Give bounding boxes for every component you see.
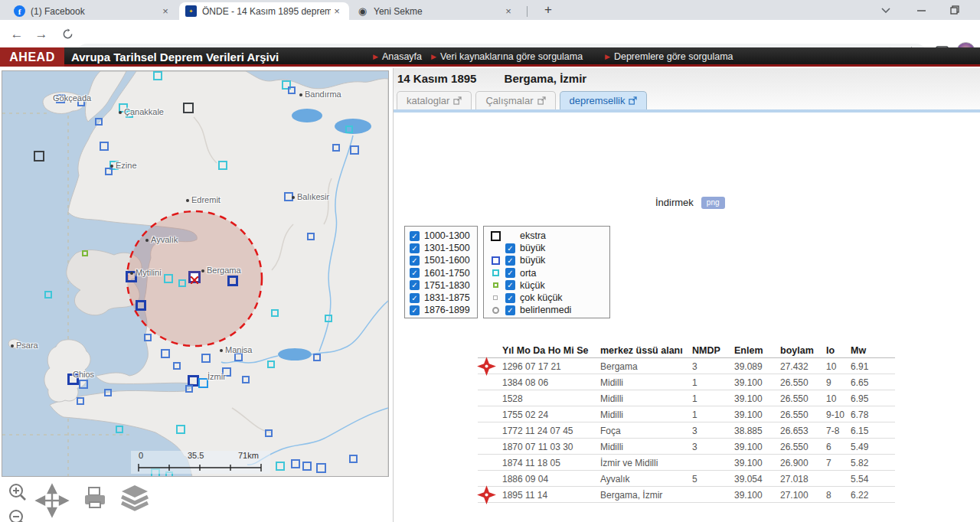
table-cell: 26.550 [780, 377, 826, 388]
tab-kataloglar[interactable]: kataloglar [397, 91, 472, 109]
restore-button[interactable] [942, 0, 968, 20]
zoom-in-button[interactable] [8, 482, 28, 505]
ahead-logo[interactable]: AHEAD [0, 47, 64, 67]
checkbox-checked-icon[interactable] [505, 305, 515, 315]
nav-query-by-earthquake-link[interactable]: Depremlere göre sorgulama [605, 47, 733, 67]
earthquake-marker-cyan[interactable] [218, 161, 227, 170]
earthquake-marker-blue[interactable] [316, 463, 326, 473]
download-png-button[interactable]: png [701, 197, 725, 209]
tab-depremsellik[interactable]: depremsellik [560, 91, 648, 109]
earthquake-marker-black[interactable] [34, 151, 44, 161]
earthquake-marker-navy[interactable] [227, 276, 238, 286]
zoom-out-button[interactable] [8, 508, 28, 522]
earthquake-marker-cyan[interactable] [116, 426, 123, 433]
tab-search-chevron-icon[interactable] [873, 0, 899, 20]
forward-button[interactable]: → [32, 25, 51, 44]
close-tab-icon[interactable]: × [502, 5, 514, 17]
nav-home-link[interactable]: Anasayfa [373, 47, 422, 67]
earthquake-marker-blue[interactable] [291, 459, 300, 468]
reload-button[interactable] [58, 25, 77, 44]
earthquake-marker-black[interactable] [183, 103, 194, 113]
earthquake-marker-navy[interactable] [136, 300, 146, 311]
earthquake-marker-teal[interactable] [82, 250, 88, 256]
checkbox-checked-icon[interactable] [410, 293, 420, 303]
earthquake-marker-blue[interactable] [265, 429, 273, 437]
checkbox-checked-icon[interactable] [505, 280, 515, 290]
tab-separator [527, 6, 528, 17]
table-cell: 6.95 [851, 393, 889, 404]
earthquake-marker-blue[interactable] [77, 397, 84, 405]
earthquake-marker-blue[interactable] [332, 144, 340, 152]
checkbox-checked-icon[interactable] [505, 268, 515, 278]
browser-tab-new[interactable]: ◉ Yeni Sekme × [351, 2, 521, 20]
browser-tab-facebook[interactable]: f (1) Facebook × [8, 2, 178, 20]
checkbox-checked-icon[interactable] [505, 256, 515, 266]
earthquake-marker-cyan[interactable] [267, 361, 275, 368]
earthquake-marker-blue[interactable] [95, 118, 103, 126]
minimize-button[interactable] [908, 0, 934, 20]
checkbox-checked-icon[interactable] [410, 268, 420, 278]
earthquake-marker-blue[interactable] [350, 145, 359, 155]
close-tab-icon[interactable]: × [331, 5, 343, 17]
earthquake-marker-cyan[interactable] [325, 315, 332, 322]
earthquake-marker-brightblue[interactable] [198, 378, 208, 388]
download-control: İndirmekpng [655, 197, 725, 209]
checkbox-checked-icon[interactable] [410, 256, 420, 266]
pan-arrows-control[interactable] [34, 482, 70, 522]
table-cell: 3 [692, 442, 734, 452]
earthquake-map[interactable]: GökçeadaÇanakkaleBandırmaEzineEdremitBal… [2, 70, 389, 477]
table-row: 1755 02 24Midilli139.10026.5509-106.78 [478, 406, 895, 422]
checkbox-checked-icon[interactable] [410, 243, 420, 253]
earthquake-marker-cyan[interactable] [153, 71, 162, 80]
table-cell: 1895 11 14 [502, 490, 600, 501]
checkbox-checked-icon[interactable] [505, 293, 515, 303]
earthquake-marker-blue[interactable] [307, 233, 315, 240]
earthquake-marker-blue[interactable] [185, 385, 193, 393]
new-tab-button[interactable]: + [540, 2, 557, 18]
earthquake-marker-cyan[interactable] [345, 126, 353, 133]
earthquake-marker-cyan[interactable] [176, 425, 185, 434]
earthquake-marker-blue[interactable] [349, 455, 358, 463]
checkbox-checked-icon[interactable] [410, 305, 420, 315]
epicenter-marker[interactable] [188, 271, 201, 283]
table-cell: 27.432 [780, 361, 826, 372]
earthquake-marker-blue[interactable] [173, 362, 181, 370]
earthquake-marker-blue[interactable] [104, 389, 112, 396]
earthquake-marker-cyan[interactable] [178, 279, 186, 287]
legend-magnitude-classes: ekstrabüyükbüyükortaküçükçok küçükbelirl… [483, 226, 610, 318]
browser-tab-ahead[interactable]: ✦ ÖNDE - 14 Kasım 1895 depremi × [179, 2, 349, 20]
earthquake-marker-blue[interactable] [242, 376, 250, 383]
site-title: Avrupa Tarihsel Deprem Verileri Arşivi [71, 47, 279, 67]
ekstra-symbol [491, 231, 501, 241]
table-cell: 1 [692, 393, 734, 404]
earthquake-marker-blue[interactable] [313, 354, 321, 361]
print-map-button[interactable] [83, 487, 107, 513]
checkbox-checked-icon[interactable] [410, 280, 420, 290]
earthquake-marker-blue[interactable] [201, 354, 211, 363]
earthquake-marker-cyan[interactable] [44, 291, 52, 299]
earthquake-marker-blue[interactable] [288, 86, 296, 94]
checkbox-checked-icon[interactable] [505, 243, 515, 253]
earthquake-marker-cyan[interactable] [271, 309, 279, 317]
earthquake-marker-blue[interactable] [161, 349, 170, 358]
earthquake-marker-cyan[interactable] [276, 462, 285, 471]
close-tab-icon[interactable]: × [159, 5, 172, 17]
back-button[interactable]: ← [8, 25, 26, 44]
legend-size-item: çok küçük [488, 292, 605, 304]
tab-calismalar[interactable]: Çalışmalar [475, 91, 555, 109]
table-cell: 1870 07 11 03 30 [502, 442, 600, 452]
earthquake-marker-blue[interactable] [100, 142, 109, 151]
site-header: AHEAD Avrupa Tarihsel Deprem Verileri Ar… [0, 47, 980, 67]
nav-query-by-source-link[interactable]: Veri kaynaklarına göre sorgulama [431, 47, 583, 67]
table-cell: 39.089 [734, 361, 780, 372]
table-cell: 39.100 [734, 409, 780, 420]
earthquake-marker-cyan[interactable] [164, 274, 173, 283]
earthquake-marker-blue[interactable] [302, 462, 312, 471]
table-row: 1772 11 24 07 45Foça338.88526.6537-86.15 [478, 422, 895, 439]
table-cell: 26.550 [780, 393, 826, 404]
earthquake-marker-blue[interactable] [79, 380, 88, 389]
checkbox-checked-icon[interactable] [410, 231, 420, 241]
layers-button[interactable] [121, 485, 149, 514]
earthquake-marker-blue[interactable] [144, 334, 152, 341]
table-cell: 1886 09 04 [502, 474, 600, 484]
